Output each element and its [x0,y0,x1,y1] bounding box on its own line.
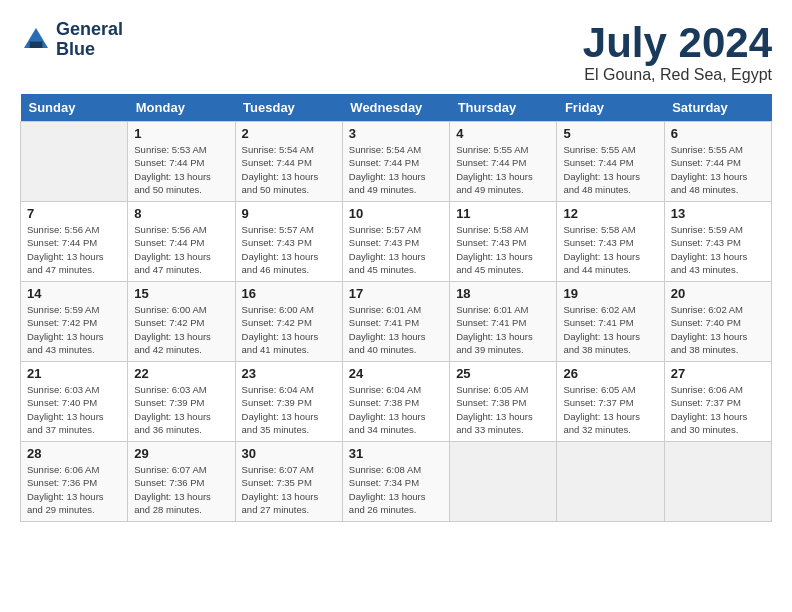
title-section: July 2024 El Gouna, Red Sea, Egypt [583,20,772,84]
day-info: Sunrise: 6:06 AM Sunset: 7:36 PM Dayligh… [27,463,121,516]
day-number: 10 [349,206,443,221]
calendar-week-row: 7Sunrise: 5:56 AM Sunset: 7:44 PM Daylig… [21,202,772,282]
weekday-header: Friday [557,94,664,122]
day-number: 23 [242,366,336,381]
day-info: Sunrise: 5:54 AM Sunset: 7:44 PM Dayligh… [242,143,336,196]
day-number: 19 [563,286,657,301]
logo-line2: Blue [56,40,123,60]
calendar-cell: 15Sunrise: 6:00 AM Sunset: 7:42 PM Dayli… [128,282,235,362]
day-number: 12 [563,206,657,221]
day-number: 4 [456,126,550,141]
calendar-week-row: 21Sunrise: 6:03 AM Sunset: 7:40 PM Dayli… [21,362,772,442]
day-info: Sunrise: 6:03 AM Sunset: 7:39 PM Dayligh… [134,383,228,436]
calendar-cell: 14Sunrise: 5:59 AM Sunset: 7:42 PM Dayli… [21,282,128,362]
day-number: 17 [349,286,443,301]
day-number: 3 [349,126,443,141]
day-number: 30 [242,446,336,461]
day-info: Sunrise: 6:05 AM Sunset: 7:38 PM Dayligh… [456,383,550,436]
weekday-header: Monday [128,94,235,122]
day-info: Sunrise: 5:58 AM Sunset: 7:43 PM Dayligh… [456,223,550,276]
calendar-week-row: 14Sunrise: 5:59 AM Sunset: 7:42 PM Dayli… [21,282,772,362]
day-info: Sunrise: 6:00 AM Sunset: 7:42 PM Dayligh… [134,303,228,356]
logo-line1: General [56,20,123,40]
day-number: 2 [242,126,336,141]
day-number: 25 [456,366,550,381]
day-info: Sunrise: 5:55 AM Sunset: 7:44 PM Dayligh… [671,143,765,196]
day-info: Sunrise: 6:02 AM Sunset: 7:40 PM Dayligh… [671,303,765,356]
weekday-header: Thursday [450,94,557,122]
day-number: 14 [27,286,121,301]
calendar-cell: 7Sunrise: 5:56 AM Sunset: 7:44 PM Daylig… [21,202,128,282]
day-number: 22 [134,366,228,381]
day-info: Sunrise: 5:53 AM Sunset: 7:44 PM Dayligh… [134,143,228,196]
calendar-week-row: 28Sunrise: 6:06 AM Sunset: 7:36 PM Dayli… [21,442,772,522]
calendar-cell: 18Sunrise: 6:01 AM Sunset: 7:41 PM Dayli… [450,282,557,362]
day-number: 8 [134,206,228,221]
day-number: 9 [242,206,336,221]
day-info: Sunrise: 6:03 AM Sunset: 7:40 PM Dayligh… [27,383,121,436]
day-info: Sunrise: 6:00 AM Sunset: 7:42 PM Dayligh… [242,303,336,356]
day-info: Sunrise: 6:04 AM Sunset: 7:39 PM Dayligh… [242,383,336,436]
calendar-cell [557,442,664,522]
day-info: Sunrise: 6:02 AM Sunset: 7:41 PM Dayligh… [563,303,657,356]
calendar-cell: 11Sunrise: 5:58 AM Sunset: 7:43 PM Dayli… [450,202,557,282]
day-info: Sunrise: 5:57 AM Sunset: 7:43 PM Dayligh… [349,223,443,276]
calendar-cell: 10Sunrise: 5:57 AM Sunset: 7:43 PM Dayli… [342,202,449,282]
day-info: Sunrise: 5:58 AM Sunset: 7:43 PM Dayligh… [563,223,657,276]
calendar-cell: 5Sunrise: 5:55 AM Sunset: 7:44 PM Daylig… [557,122,664,202]
calendar-cell [450,442,557,522]
day-number: 26 [563,366,657,381]
day-number: 6 [671,126,765,141]
weekday-header: Sunday [21,94,128,122]
day-number: 18 [456,286,550,301]
calendar-cell [664,442,771,522]
day-number: 11 [456,206,550,221]
calendar-cell: 27Sunrise: 6:06 AM Sunset: 7:37 PM Dayli… [664,362,771,442]
calendar-cell: 22Sunrise: 6:03 AM Sunset: 7:39 PM Dayli… [128,362,235,442]
location-title: El Gouna, Red Sea, Egypt [583,66,772,84]
weekday-header-row: SundayMondayTuesdayWednesdayThursdayFrid… [21,94,772,122]
day-info: Sunrise: 6:07 AM Sunset: 7:35 PM Dayligh… [242,463,336,516]
day-number: 28 [27,446,121,461]
day-info: Sunrise: 6:08 AM Sunset: 7:34 PM Dayligh… [349,463,443,516]
logo: General Blue [20,20,123,60]
calendar-cell: 16Sunrise: 6:00 AM Sunset: 7:42 PM Dayli… [235,282,342,362]
day-info: Sunrise: 5:55 AM Sunset: 7:44 PM Dayligh… [456,143,550,196]
day-info: Sunrise: 6:01 AM Sunset: 7:41 PM Dayligh… [349,303,443,356]
day-number: 21 [27,366,121,381]
logo-icon [20,24,52,56]
day-number: 29 [134,446,228,461]
day-number: 24 [349,366,443,381]
calendar-table: SundayMondayTuesdayWednesdayThursdayFrid… [20,94,772,522]
day-info: Sunrise: 6:01 AM Sunset: 7:41 PM Dayligh… [456,303,550,356]
calendar-cell: 4Sunrise: 5:55 AM Sunset: 7:44 PM Daylig… [450,122,557,202]
calendar-cell [21,122,128,202]
calendar-cell: 19Sunrise: 6:02 AM Sunset: 7:41 PM Dayli… [557,282,664,362]
day-info: Sunrise: 5:57 AM Sunset: 7:43 PM Dayligh… [242,223,336,276]
day-info: Sunrise: 6:07 AM Sunset: 7:36 PM Dayligh… [134,463,228,516]
calendar-cell: 25Sunrise: 6:05 AM Sunset: 7:38 PM Dayli… [450,362,557,442]
day-number: 31 [349,446,443,461]
calendar-cell: 1Sunrise: 5:53 AM Sunset: 7:44 PM Daylig… [128,122,235,202]
day-info: Sunrise: 6:04 AM Sunset: 7:38 PM Dayligh… [349,383,443,436]
day-info: Sunrise: 5:54 AM Sunset: 7:44 PM Dayligh… [349,143,443,196]
calendar-cell: 17Sunrise: 6:01 AM Sunset: 7:41 PM Dayli… [342,282,449,362]
logo-text: General Blue [56,20,123,60]
svg-rect-1 [30,41,43,47]
calendar-cell: 26Sunrise: 6:05 AM Sunset: 7:37 PM Dayli… [557,362,664,442]
day-number: 1 [134,126,228,141]
day-number: 20 [671,286,765,301]
day-info: Sunrise: 5:56 AM Sunset: 7:44 PM Dayligh… [27,223,121,276]
calendar-cell: 3Sunrise: 5:54 AM Sunset: 7:44 PM Daylig… [342,122,449,202]
day-info: Sunrise: 5:56 AM Sunset: 7:44 PM Dayligh… [134,223,228,276]
calendar-cell: 23Sunrise: 6:04 AM Sunset: 7:39 PM Dayli… [235,362,342,442]
day-number: 16 [242,286,336,301]
day-info: Sunrise: 5:59 AM Sunset: 7:42 PM Dayligh… [27,303,121,356]
calendar-cell: 29Sunrise: 6:07 AM Sunset: 7:36 PM Dayli… [128,442,235,522]
calendar-cell: 8Sunrise: 5:56 AM Sunset: 7:44 PM Daylig… [128,202,235,282]
day-info: Sunrise: 5:59 AM Sunset: 7:43 PM Dayligh… [671,223,765,276]
calendar-cell: 13Sunrise: 5:59 AM Sunset: 7:43 PM Dayli… [664,202,771,282]
calendar-cell: 9Sunrise: 5:57 AM Sunset: 7:43 PM Daylig… [235,202,342,282]
calendar-cell: 21Sunrise: 6:03 AM Sunset: 7:40 PM Dayli… [21,362,128,442]
weekday-header: Saturday [664,94,771,122]
